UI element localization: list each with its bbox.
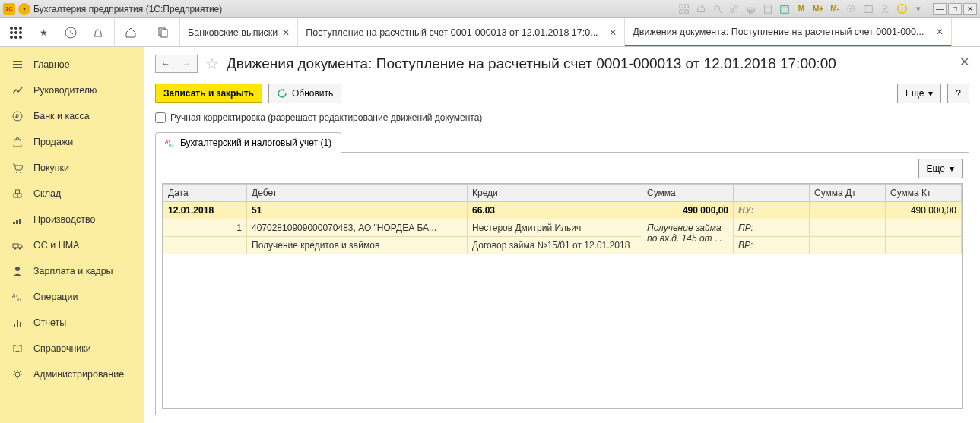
sidebar-item-purchases[interactable]: Покупки	[0, 155, 144, 181]
person-icon	[11, 264, 24, 278]
sidebar-item-label: Главное	[33, 59, 70, 70]
sidebar-item-warehouse[interactable]: Склад	[0, 181, 144, 207]
svg-rect-12	[765, 5, 772, 13]
tab-close-icon[interactable]: ✕	[936, 27, 944, 37]
sidebar-item-label: Справочники	[33, 343, 91, 354]
calc-icon[interactable]	[761, 2, 775, 16]
entries-table[interactable]: Дата Дебет Кредит Сумма Сумма Дт Сумма К…	[162, 183, 963, 409]
col-credit[interactable]: Кредит	[468, 185, 642, 202]
table-container: Еще▾ Дата Дебет Кредит Сумма Сумма Дт Су…	[155, 153, 969, 415]
info-icon[interactable]: ⓘ	[895, 2, 909, 16]
app-menu-dropdown-icon[interactable]: ▾	[18, 3, 30, 15]
documents-icon[interactable]	[155, 24, 172, 41]
page-header: ← → ☆ Движения документа: Поступление на…	[155, 55, 969, 73]
sidebar-item-label: Продажи	[33, 137, 73, 147]
manual-edit-checkbox[interactable]	[155, 112, 166, 123]
cell-empty	[886, 219, 962, 237]
cell-vr-label: ВР:	[734, 237, 810, 254]
svg-rect-9	[734, 5, 737, 8]
nav-forward-button[interactable]: →	[176, 55, 198, 73]
home-icon[interactable]	[122, 24, 139, 41]
bell-icon[interactable]	[90, 24, 106, 41]
tab-close-icon[interactable]: ✕	[282, 27, 290, 38]
tab-bank-statements[interactable]: Банковские выписки ✕	[180, 18, 298, 46]
cell-nu-label: НУ:	[734, 202, 810, 219]
cell-date: 12.01.2018	[163, 202, 247, 219]
dropdown-icon[interactable]: ▾	[912, 2, 925, 16]
sidebar-item-bank[interactable]: ₽ Банк и касса	[0, 103, 144, 129]
memory-mplus-icon[interactable]: M+	[811, 2, 825, 16]
svg-point-49	[19, 248, 21, 250]
sidebar-item-salary[interactable]: Зарплата и кадры	[0, 258, 144, 284]
svg-rect-19	[864, 5, 873, 12]
svg-rect-8	[731, 9, 734, 12]
user-icon[interactable]	[878, 2, 892, 16]
sidebar-item-admin[interactable]: Администрирование	[0, 361, 144, 387]
svg-rect-4	[698, 8, 705, 11]
link-icon[interactable]	[728, 2, 741, 16]
col-debit[interactable]: Дебет	[247, 185, 468, 202]
tab-close-icon[interactable]: ✕	[609, 27, 617, 38]
button-label: Обновить	[292, 88, 333, 99]
svg-rect-3	[685, 9, 688, 12]
zoom-icon[interactable]	[845, 2, 858, 16]
button-label: Записать и закрыть	[163, 88, 254, 99]
sidebar-item-manager[interactable]: Руководителю	[0, 77, 144, 103]
manual-edit-label: Ручная корректировка (разрешает редактир…	[170, 112, 482, 123]
apps-icon[interactable]	[8, 24, 24, 41]
minimize-button[interactable]: —	[933, 3, 947, 15]
ruble-icon: ₽	[11, 109, 24, 123]
close-page-icon[interactable]: ✕	[959, 55, 969, 69]
sidebar-item-reports[interactable]: Отчеты	[0, 310, 144, 336]
svg-rect-1	[685, 4, 688, 7]
memory-m-icon[interactable]: M	[794, 2, 808, 16]
tab-receipt[interactable]: Поступление на расчетный счет 0001-00001…	[298, 18, 625, 46]
refresh-icon	[277, 88, 287, 99]
search-icon[interactable]	[711, 2, 725, 16]
sidebar-item-main[interactable]: Главное	[0, 52, 144, 77]
svg-point-21	[883, 5, 886, 8]
favorite-star-icon[interactable]: ☆	[205, 55, 219, 73]
barchart-icon	[11, 316, 24, 330]
col-sum-dt[interactable]: Сумма Дт	[810, 185, 886, 202]
sidebar-item-label: Производство	[33, 214, 96, 225]
calendar-icon[interactable]	[778, 2, 791, 16]
entry-detail-row[interactable]: 1 40702810909000070483, АО "НОРДЕА БА...…	[163, 219, 962, 237]
close-button[interactable]: ✕	[963, 3, 977, 15]
sidebar-item-assets[interactable]: ОС и НМА	[0, 232, 144, 258]
col-date[interactable]: Дата	[163, 185, 247, 202]
subtab-accounting[interactable]: ДтКт Бухгалтерский и налоговый учет (1)	[155, 132, 341, 153]
favorite-icon[interactable]: ★	[35, 24, 52, 41]
sidebar-item-sales[interactable]: Продажи	[0, 129, 144, 155]
dtkt-icon: ДтКт	[165, 137, 176, 148]
table-more-button[interactable]: Еще▾	[918, 159, 963, 178]
memory-mminus-icon[interactable]: M-	[828, 2, 842, 16]
sidebar-item-directories[interactable]: Справочники	[0, 336, 144, 361]
col-type[interactable]	[734, 185, 810, 202]
help-button[interactable]: ?	[947, 84, 969, 103]
entry-header-row[interactable]: 12.01.2018 51 66.03 490 000,00 НУ: 490 0…	[163, 202, 962, 219]
print-icon[interactable]	[694, 2, 708, 16]
sidebar-item-operations[interactable]: ДтКт Операции	[0, 284, 144, 310]
cell-sum: 490 000,00	[642, 202, 734, 219]
tab-document-movements[interactable]: Движения документа: Поступление на расче…	[625, 18, 952, 46]
svg-rect-14	[781, 5, 789, 13]
entry-detail-row[interactable]: Получение кредитов и займов Договор займ…	[163, 237, 962, 254]
more-button[interactable]: Еще▾	[897, 84, 941, 103]
panel-icon[interactable]	[861, 2, 875, 16]
maximize-button[interactable]: □	[948, 3, 962, 15]
chevron-down-icon: ▾	[950, 163, 954, 174]
sidebar-item-label: Отчеты	[33, 317, 66, 328]
refresh-button[interactable]: Обновить	[268, 84, 341, 103]
title-toolbar: M M+ M- ⓘ ▾ — □ ✕	[677, 2, 977, 16]
nav-back-button[interactable]: ←	[155, 55, 176, 73]
svg-point-48	[14, 248, 17, 250]
grid-icon[interactable]	[677, 2, 691, 16]
sidebar-item-production[interactable]: Производство	[0, 207, 144, 232]
save-close-button[interactable]: Записать и закрыть	[155, 84, 262, 103]
svg-text:Кт: Кт	[17, 298, 21, 302]
col-sum-kt[interactable]: Сумма Кт	[886, 185, 962, 202]
col-sum[interactable]: Сумма	[642, 185, 734, 202]
print2-icon[interactable]	[744, 2, 758, 16]
history-icon[interactable]	[62, 24, 79, 41]
